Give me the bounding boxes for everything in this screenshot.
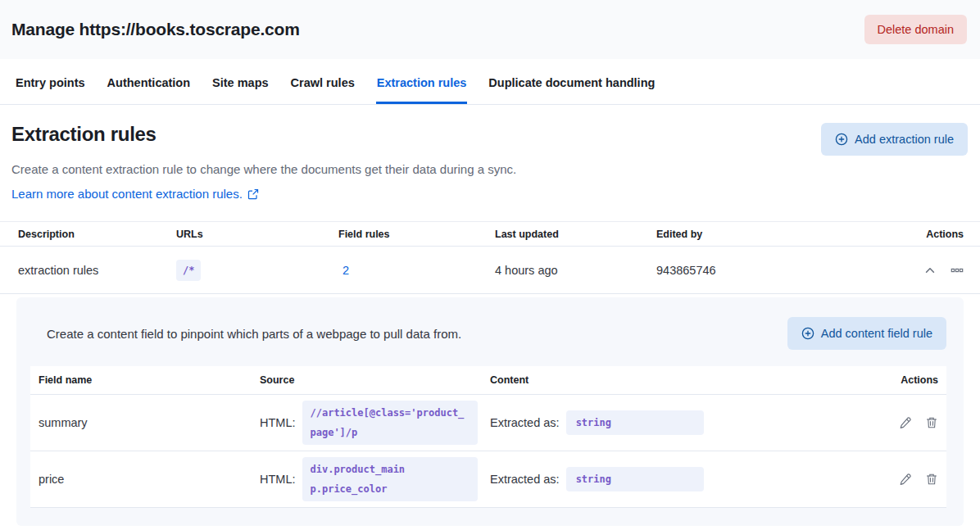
extraction-rules-table-header: Description URLs Field rules Last update…	[0, 221, 980, 247]
url-pattern-badge: /*	[176, 260, 201, 281]
section-head: Extraction rules Add extraction rule	[0, 105, 980, 156]
col-source: Source	[260, 374, 490, 386]
pencil-icon	[899, 473, 912, 486]
field-rule-row-summary: summary HTML: //article[@class='product_…	[30, 395, 946, 451]
tab-crawl-rules[interactable]: Crawl rules	[290, 59, 356, 104]
tab-bar: Entry points Authentication Site maps Cr…	[0, 59, 980, 105]
add-content-field-rule-button[interactable]: Add content field rule	[787, 317, 946, 350]
col-actions: Actions	[873, 374, 938, 386]
source-selector: div.product_main p.price_color	[302, 457, 478, 501]
extraction-rule-row: extraction rules /* 2 4 hours ago 943865…	[0, 247, 980, 294]
tab-entry-points[interactable]: Entry points	[15, 59, 86, 104]
delete-domain-button[interactable]: Delete domain	[864, 15, 968, 44]
add-extraction-rule-label: Add extraction rule	[855, 133, 954, 146]
plus-circle-icon	[835, 133, 848, 146]
external-link-icon	[247, 188, 259, 200]
rule-last-updated: 4 hours ago	[495, 264, 656, 277]
pencil-icon	[899, 416, 912, 429]
col-last-updated: Last updated	[495, 229, 656, 240]
edit-field-rule-button[interactable]	[899, 416, 912, 429]
col-field-name: Field name	[39, 374, 260, 386]
tab-duplicate-document-handling[interactable]: Duplicate document handling	[488, 59, 656, 104]
section-title: Extraction rules	[11, 123, 157, 146]
tab-site-maps[interactable]: Site maps	[211, 59, 270, 104]
add-extraction-rule-button[interactable]: Add extraction rule	[821, 123, 968, 156]
field-rule-row-price: price HTML: div.product_main p.price_col…	[30, 451, 946, 508]
col-field-rules: Field rules	[338, 229, 495, 240]
delete-field-rule-button[interactable]	[925, 416, 938, 429]
col-content: Content	[490, 374, 873, 386]
extracted-type-badge: string	[566, 410, 704, 435]
col-urls: URLs	[176, 229, 338, 240]
learn-more-label: Learn more about content extraction rule…	[11, 187, 243, 201]
source-selector: //article[@class='product_page']/p	[302, 401, 478, 445]
rule-edited-by: 943865746	[656, 264, 873, 277]
tab-extraction-rules[interactable]: Extraction rules	[376, 59, 468, 104]
field-name: price	[39, 473, 260, 486]
add-content-field-rule-label: Add content field rule	[821, 327, 932, 340]
section-description: Create a content extraction rule to chan…	[11, 162, 967, 176]
page-title: Manage https://books.toscrape.com	[11, 20, 300, 39]
tab-authentication[interactable]: Authentication	[107, 59, 192, 104]
col-description: Description	[18, 229, 176, 240]
source-type-label: HTML:	[260, 416, 296, 429]
learn-more-link[interactable]: Learn more about content extraction rule…	[11, 187, 259, 201]
page-header: Manage https://books.toscrape.com Delete…	[0, 0, 980, 59]
extracted-as-label: Extracted as:	[490, 473, 560, 486]
content-field-rules-panel: Create a content field to pinpoint which…	[16, 297, 964, 526]
row-actions-menu-button[interactable]	[951, 264, 964, 277]
source-type-label: HTML:	[260, 473, 296, 486]
field-rules-table-header: Field name Source Content Actions	[30, 366, 946, 395]
collapse-row-button[interactable]	[923, 264, 937, 277]
edit-field-rule-button[interactable]	[899, 473, 912, 486]
col-edited-by: Edited by	[656, 229, 873, 240]
extracted-type-badge: string	[566, 467, 704, 491]
trash-icon	[925, 473, 938, 486]
delete-field-rule-button[interactable]	[925, 473, 938, 486]
rule-description: extraction rules	[18, 264, 176, 277]
field-name: summary	[39, 416, 260, 429]
plus-circle-icon	[801, 327, 814, 340]
col-actions: Actions	[873, 229, 964, 240]
extraction-rules-table: Description URLs Field rules Last update…	[0, 221, 980, 294]
field-rules-table: Field name Source Content Actions summar…	[30, 366, 946, 508]
boxes-horizontal-icon	[951, 264, 964, 277]
trash-icon	[925, 416, 938, 429]
panel-description: Create a content field to pinpoint which…	[30, 327, 461, 341]
extracted-as-label: Extracted as:	[490, 416, 560, 429]
field-rules-count-link[interactable]: 2	[343, 264, 349, 277]
chevron-up-icon	[923, 264, 937, 277]
